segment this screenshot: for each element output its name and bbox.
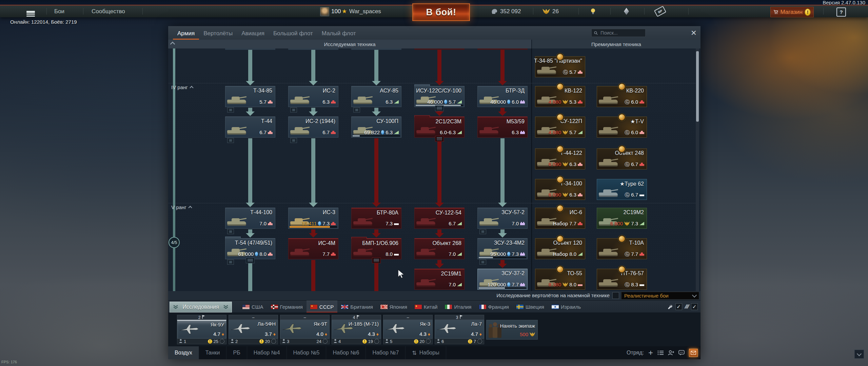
help-button[interactable]: ? [836, 7, 846, 17]
crew-vehicle-card[interactable]: Як-34.3♦ [383, 320, 433, 339]
vehicle-card-ИС-3[interactable]: ИС-315 4117.3 [288, 208, 338, 229]
vehicle-card-АСУ-85[interactable]: АСУ-856.3 [351, 86, 401, 107]
country-tab-ussr[interactable]: СССР [307, 301, 338, 313]
vehicle-card-КВ-122[interactable]: КВ-1224 8805.3 [535, 86, 585, 107]
vehicle-card-ИС-2[interactable]: ИС-26.3 [288, 86, 338, 107]
tab-Армия[interactable]: Армия [173, 26, 199, 40]
vehicle-card-ТО-55[interactable]: ТО-558 3808.0 [535, 269, 585, 290]
hints-button[interactable] [591, 5, 595, 17]
preset-tab-Набор №6[interactable]: Набор №6 [326, 346, 366, 359]
vehicle-card-2С19М1[interactable]: 2С19М17.0 [414, 269, 465, 290]
preset-tab-Набор №4[interactable]: Набор №4 [247, 346, 287, 359]
vehicle-card-Т-54 (47/49/51)[interactable]: Т-54 (47/49/51)61 0008.0 [225, 238, 275, 259]
tab-Вертолёты[interactable]: Вертолёты [199, 26, 237, 40]
chat-button[interactable] [678, 350, 685, 355]
tab-Авиация[interactable]: Авиация [237, 26, 269, 40]
decals-button[interactable] [624, 5, 629, 17]
vehicle-card-ЗСУ-23-4М2[interactable]: ЗСУ-23-4М295 0007.3 [477, 238, 528, 259]
silver-lions-indicator[interactable]: 352 092 [491, 5, 521, 17]
country-tab-chn[interactable]: Китай [411, 301, 441, 313]
crew-slot-3[interactable]: –Як-9Т4.0♦324 [280, 315, 330, 344]
preset-tab-Воздух[interactable]: Воздух [168, 346, 199, 359]
search-box[interactable] [591, 29, 646, 37]
vehicle-card-Объект 120[interactable]: Объект 120Набор8.0 [535, 238, 585, 259]
contacts-button[interactable] [668, 350, 674, 355]
crew-slot-1[interactable]: 2Як-9У4.7♦1!25 [177, 315, 226, 344]
vehicle-card-БМП-1/Об.906[interactable]: БМП-1/Об.9068.0 [351, 238, 401, 259]
vehicle-card-ПТ-76-57[interactable]: ПТ-76-57Ⓖ8.3 [597, 269, 647, 290]
tab-Большой флот[interactable]: Большой флот [269, 26, 317, 40]
hire-crew-card[interactable]: Нанять экипаж 500 [486, 320, 538, 340]
vehicle-card-Объект 248[interactable]: Объект 248Ⓖ6.7 [597, 148, 647, 169]
battle-mode-dropdown[interactable]: Реалистичные бои [621, 292, 699, 300]
crew-vehicle-card[interactable]: Як-9Т4.0♦ [280, 320, 330, 339]
vehicle-card-2С19М2[interactable]: 2С19М26 8007.3 [597, 208, 647, 229]
preset-tab-РБ[interactable]: РБ [226, 346, 247, 359]
crew-slot-6[interactable]: 3Ла-74.7♦6!7 [435, 315, 484, 344]
vehicle-card-2С1/2С3М[interactable]: 2С1/2С3М6.0-6.3 [414, 117, 465, 138]
vehicle-card-ИС-6[interactable]: ИС-6Набор7.7 [535, 208, 585, 229]
vehicle-card-ЗСУ-57-2[interactable]: ЗСУ-57-27.0 [477, 208, 528, 229]
preset-tab-Наборы[interactable]: ⇅Наборы [406, 346, 446, 359]
country-tab-fra[interactable]: Франция [475, 301, 513, 313]
vehicle-card-Т-44[interactable]: Т-446.7 [225, 117, 275, 138]
collapse-chevron-icon[interactable] [171, 41, 174, 47]
vehicle-card-ИСУ-122С/СУ-100[interactable]: ИСУ-122С/СУ-10046 0005.7 [414, 86, 465, 107]
rank-label-v[interactable]: V ранг [171, 204, 192, 210]
crew-slot-5[interactable]: –Як-34.3♦5!20 [383, 315, 433, 344]
country-tab-uk[interactable]: Британия [337, 301, 376, 313]
vehicle-card-Т-44-100[interactable]: Т-44-1007.0 [225, 208, 275, 229]
preset-tab-Набор №5[interactable]: Набор №5 [287, 346, 327, 359]
vehicle-card-Т-34-85[interactable]: Т-34-855.7 [225, 86, 275, 107]
rank-label-iv[interactable]: IV ранг [171, 84, 193, 90]
crew-vehicle-card[interactable]: Ла-5ФН3.7♦ [229, 320, 278, 339]
crew-vehicle-card[interactable]: Ла-74.7♦ [435, 320, 484, 339]
vehicle-card-СУ-100П[interactable]: СУ-100П69 8226.3 [351, 117, 401, 138]
battlepass-button[interactable]: BP [655, 5, 665, 17]
close-window-button[interactable]: × [691, 27, 696, 39]
squad-invite-button[interactable]: + [648, 348, 653, 358]
player-name[interactable]: War_spaces [349, 5, 381, 17]
country-tab-jpn[interactable]: Япония [377, 301, 411, 313]
golden-eagles-indicator[interactable]: 26 [542, 5, 559, 17]
tree-scrollbar-thumb[interactable] [696, 51, 699, 122]
vehicle-card-КВ-220[interactable]: КВ-220Ⓖ6.0 [597, 86, 647, 107]
crew-slot-2[interactable]: –Ла-5ФН3.7♦2!20 [229, 315, 278, 344]
community-menu-item[interactable]: Сообщество [92, 5, 125, 17]
vehicle-card-СУ-122-54[interactable]: СУ-122-546.7 [414, 208, 465, 229]
vehicle-card-СУ-122П[interactable]: СУ-122П4 8805.7 [535, 117, 585, 138]
battles-menu-item[interactable]: Бои [54, 5, 64, 17]
vehicle-card-Т-34-85 "Партизан"[interactable]: Т-34-85 "Партизан"Ⓖ5.7 [535, 56, 585, 77]
country-tab-swe[interactable]: Швеция [513, 301, 548, 313]
vehicle-card-ИС-2 (1944)[interactable]: ИС-2 (1944)6.7 [288, 117, 338, 138]
country-tab-usa[interactable]: США [239, 301, 267, 313]
auto-repair-checkbox[interactable]: ✓ [675, 303, 682, 310]
crew-vehicle-card[interactable]: Як-9У4.7♦ [177, 320, 226, 339]
crew-vehicle-card[interactable]: И-185 (М-71)4.3♦ [332, 320, 381, 339]
auto-ammo-checkbox[interactable]: ✓ [691, 303, 698, 310]
vehicle-card-Т-10А[interactable]: Т-10АⒼ7.7 [597, 238, 647, 259]
mail-button[interactable] [689, 349, 698, 357]
country-tab-ita[interactable]: Италия [441, 301, 475, 313]
vehicle-card-Объект 268[interactable]: Объект 2687.0 [414, 238, 465, 259]
vehicle-card-М53/59[interactable]: М53/596.3 [477, 117, 528, 138]
country-tab-isr[interactable]: Израиль [548, 301, 585, 313]
vehicle-card-★Т-V[interactable]: ★Т-VⒼ6.0 [597, 117, 647, 138]
preset-tab-Танки[interactable]: Танки [199, 346, 227, 359]
research-button[interactable]: Исследования [170, 302, 232, 312]
country-tab-ger[interactable]: Германия [267, 301, 307, 313]
main-menu-button[interactable] [26, 5, 35, 17]
to-battle-button[interactable]: В бой! [412, 3, 470, 21]
tab-Малый флот[interactable]: Малый флот [317, 26, 360, 40]
vehicle-card-Т-34-100[interactable]: Т-34-1006 0906.3 [535, 179, 585, 200]
battle-tasks-button[interactable] [657, 350, 664, 355]
shop-button[interactable]: Магазин ! [770, 7, 814, 17]
vehicle-card-ЗСУ-37-2[interactable]: ЗСУ-37-2120 0007.7 [477, 269, 528, 290]
vehicle-card-ИС-4М[interactable]: ИС-4М7.7 [288, 238, 338, 259]
vehicle-card-★Type 62[interactable]: ★Type 62Ⓖ6.7 [597, 179, 647, 200]
vehicle-card-БТР-80А[interactable]: БТР-80А7.3 [351, 208, 401, 229]
corner-collapse-button[interactable] [854, 350, 864, 359]
player-avatar[interactable] [320, 7, 329, 16]
crew-slot-4[interactable]: 4И-185 (М-71)4.3♦4!19 [332, 315, 381, 344]
helicopter-research-checkbox[interactable] [612, 292, 619, 299]
